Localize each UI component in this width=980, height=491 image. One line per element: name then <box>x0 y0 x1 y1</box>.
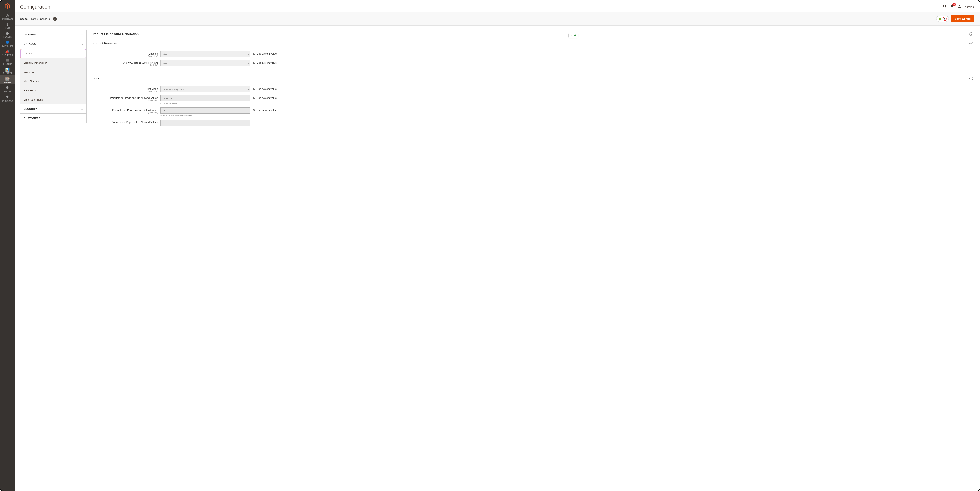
save-config-button[interactable]: Save Config <box>951 15 974 22</box>
svg-point-0 <box>943 5 945 8</box>
guest-reviews-select[interactable]: Yes <box>160 60 250 67</box>
marketing-icon: 📣 <box>0 50 14 53</box>
section-storefront[interactable]: Storefront ︿ <box>91 74 973 83</box>
nav-stores[interactable]: 🏬STORES <box>0 75 14 84</box>
message-count: 6 <box>943 17 947 21</box>
page-header: Configuration 39 admin ▾ <box>14 0 980 12</box>
config-section-catalog[interactable]: CATALOG︿ <box>20 39 86 49</box>
expand-icon: ︿ <box>969 41 973 45</box>
section-product-reviews[interactable]: Product Reviews ︿ <box>91 39 973 48</box>
config-nav: GENERAL⌄ CATALOG︿ Catalog Visual Merchan… <box>20 30 87 123</box>
notifications-icon[interactable]: 39 <box>950 5 954 10</box>
field-row-list-mode: List Mode[store view] Grid (default) / L… <box>91 86 973 92</box>
collapse-icon: ⌄ <box>969 32 973 36</box>
nav-marketing[interactable]: 📣MARKETING <box>0 48 14 57</box>
nav-reports[interactable]: 📊REPORTS <box>0 66 14 75</box>
admin-user-menu[interactable]: admin ▾ <box>965 5 974 8</box>
nav-customers[interactable]: 👤CUSTOMERS <box>0 39 14 48</box>
sales-icon: $ <box>0 23 14 26</box>
config-section-customers[interactable]: CUSTOMERS⌄ <box>20 114 86 123</box>
use-system-grid-allowed[interactable]: Use system value <box>253 95 277 99</box>
chevron-down-icon: ⌄ <box>81 108 83 110</box>
use-system-guest[interactable]: Use system value <box>253 60 277 64</box>
notification-badge: 39 <box>952 3 956 6</box>
help-icon[interactable]: ? <box>53 17 57 21</box>
use-system-grid-default[interactable]: Use system value <box>253 107 277 111</box>
reports-icon: 📊 <box>0 68 14 72</box>
config-child-rss-feeds[interactable]: RSS Feeds <box>20 86 86 95</box>
catalog-icon: ⬣ <box>0 32 14 35</box>
chevron-down-icon: ⌄ <box>81 33 83 36</box>
system-icon: ⚙ <box>0 86 14 89</box>
field-row-enabled: Enabled[store view] Yes Use system value <box>91 51 973 57</box>
magento-logo[interactable] <box>3 2 11 10</box>
system-messages-pill[interactable]: ⬤ 6 <box>936 16 949 22</box>
section-product-fields[interactable]: Product Fields Auto-Generation ⌄ <box>91 30 973 39</box>
nav-sales[interactable]: $SALES <box>0 21 14 30</box>
config-child-email-friend[interactable]: Email to a Friend <box>20 95 86 104</box>
scope-select[interactable]: Default Config ▾ <box>31 17 50 21</box>
scope-label: Scope: <box>20 17 29 21</box>
field-row-list-allowed: Products per Page on List Allowed Values <box>91 119 973 126</box>
nav-system[interactable]: ⚙SYSTEM <box>0 84 14 93</box>
account-icon[interactable] <box>958 5 962 10</box>
plus-icon[interactable]: ✚ <box>574 34 576 37</box>
grid-allowed-input[interactable] <box>160 95 250 102</box>
stores-icon: 🏬 <box>0 77 14 80</box>
field-row-grid-allowed: Products per Page on Grid Allowed Values… <box>91 95 973 105</box>
grid-default-input[interactable] <box>160 107 250 114</box>
toolbar: Scope: Default Config ▾ ? ⬤ 6 Save Confi… <box>14 12 980 25</box>
list-mode-select[interactable]: Grid (default) / List <box>160 86 250 92</box>
floating-toolbar[interactable]: ✎ ✚ <box>568 33 578 38</box>
content-icon: ▦ <box>0 59 14 62</box>
config-section-security[interactable]: SECURITY⌄ <box>20 104 86 114</box>
left-sidebar: ◷DASHBOARD $SALES ⬣CATALOG 👤CUSTOMERS 📣M… <box>0 0 14 491</box>
config-child-xml-sitemap[interactable]: XML Sitemap <box>20 76 86 86</box>
nav-partners[interactable]: ◆ND PARTNERS EXTENSIONS <box>0 93 14 104</box>
list-allowed-input[interactable] <box>160 119 250 126</box>
use-system-list-mode[interactable]: Use system value <box>253 86 277 90</box>
dashboard-icon: ◷ <box>0 14 14 17</box>
customers-icon: 👤 <box>0 41 14 44</box>
nav-content[interactable]: ▦CONTENT <box>0 57 14 66</box>
chevron-down-icon: ⌄ <box>81 117 83 120</box>
svg-line-1 <box>945 7 946 8</box>
field-row-guest-reviews: Allow Guests to Write Reviews[website] Y… <box>91 60 973 67</box>
nav-catalog[interactable]: ⬣CATALOG <box>0 30 14 39</box>
config-child-inventory[interactable]: Inventory <box>20 67 86 76</box>
magic-wand-icon[interactable]: ✎ <box>570 34 573 37</box>
chevron-up-icon: ︿ <box>81 42 83 46</box>
lightbulb-icon: ⬤ <box>939 17 942 21</box>
config-section-general[interactable]: GENERAL⌄ <box>20 30 86 39</box>
use-system-enabled[interactable]: Use system value <box>253 51 277 55</box>
enabled-select[interactable]: Yes <box>160 51 250 57</box>
expand-icon: ︿ <box>969 76 973 80</box>
config-child-visual-merchandiser[interactable]: Visual Merchandiser <box>20 58 86 67</box>
field-row-grid-default: Products per Page on Grid Default Value[… <box>91 107 973 117</box>
search-icon[interactable] <box>943 5 947 10</box>
config-child-catalog[interactable]: Catalog <box>20 49 86 58</box>
svg-point-2 <box>959 5 960 6</box>
nav-dashboard[interactable]: ◷DASHBOARD <box>0 12 14 21</box>
page-title: Configuration <box>20 4 50 10</box>
settings-panel: Product Fields Auto-Generation ⌄ Product… <box>91 30 974 491</box>
partners-icon: ◆ <box>0 95 14 99</box>
